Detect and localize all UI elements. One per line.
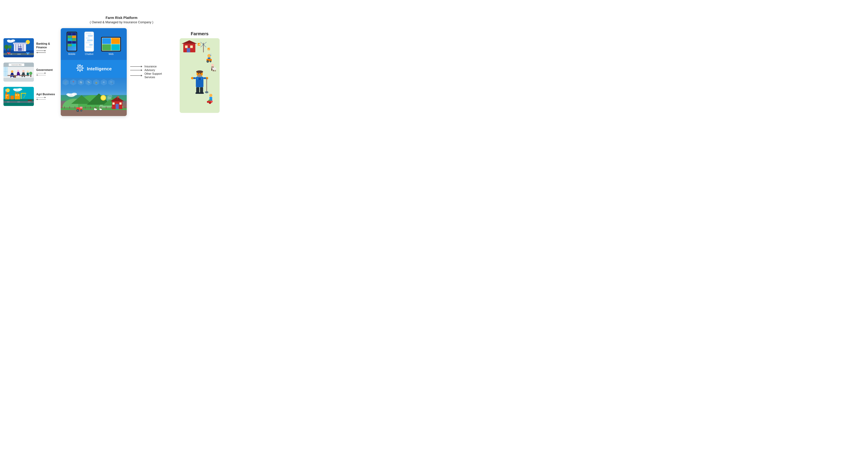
farmers-col: Farmers xyxy=(179,31,220,113)
svg-point-188 xyxy=(196,70,203,73)
svg-point-176 xyxy=(211,64,214,67)
svg-rect-120 xyxy=(95,107,96,109)
svg-point-143 xyxy=(66,93,70,96)
intelligence-icon xyxy=(76,64,84,74)
government-entity: Government Office xyxy=(3,62,59,82)
svg-rect-159 xyxy=(187,48,190,53)
svg-rect-158 xyxy=(190,46,193,48)
svg-rect-63 xyxy=(28,102,30,102)
hex-6: 👁 xyxy=(101,79,107,85)
svg-point-53 xyxy=(29,72,32,75)
svg-point-21 xyxy=(9,53,10,54)
svg-point-67 xyxy=(13,88,17,90)
svg-point-66 xyxy=(18,88,22,90)
farmers-card: 📶 📶 📡 xyxy=(180,38,220,113)
svg-rect-129 xyxy=(113,102,115,105)
svg-point-8 xyxy=(4,45,8,49)
web-channel: Web xyxy=(101,37,121,55)
title-main: Farm Risk Platform xyxy=(90,15,153,20)
svg-rect-72 xyxy=(15,94,20,99)
svg-point-27 xyxy=(7,39,10,42)
main-row: BANK Banking & Finance xyxy=(3,28,240,116)
svg-point-165 xyxy=(203,44,204,45)
svg-point-189 xyxy=(198,73,199,74)
center-platform: Mobile Chatbot xyxy=(61,28,127,116)
svg-rect-122 xyxy=(106,107,106,109)
svg-rect-12 xyxy=(13,42,27,44)
svg-rect-61 xyxy=(7,102,9,102)
government-label: Government xyxy=(36,68,53,72)
svg-point-186 xyxy=(212,68,213,68)
svg-rect-131 xyxy=(117,96,118,99)
hex-3: 🔄 xyxy=(78,79,84,85)
svg-rect-62 xyxy=(18,102,20,102)
advisory-service-row: Advisory xyxy=(130,68,174,72)
government-arrow xyxy=(36,72,46,76)
svg-rect-88 xyxy=(80,64,81,65)
svg-rect-119 xyxy=(90,107,91,109)
svg-rect-13 xyxy=(15,44,16,51)
banking-arrow xyxy=(36,50,46,53)
svg-rect-16 xyxy=(23,44,24,51)
svg-rect-115 xyxy=(69,107,70,109)
svg-rect-114 xyxy=(64,107,65,109)
svg-rect-151 xyxy=(101,110,101,111)
svg-point-134 xyxy=(101,96,105,100)
government-label-group: Government xyxy=(36,68,53,76)
svg-rect-78 xyxy=(21,93,26,94)
svg-rect-178 xyxy=(211,68,212,71)
svg-rect-84 xyxy=(18,94,19,95)
svg-point-10 xyxy=(8,45,12,49)
hex-7: 🔍 xyxy=(108,79,115,85)
svg-rect-150 xyxy=(100,110,100,111)
svg-point-24 xyxy=(29,53,30,54)
agri-arrow xyxy=(36,97,46,100)
svg-rect-85 xyxy=(28,100,32,101)
other-support-label: Other Support Services xyxy=(145,72,162,79)
svg-rect-35 xyxy=(11,73,13,77)
other-support-service-row: Other Support Services xyxy=(130,72,174,79)
svg-rect-82 xyxy=(6,96,7,97)
svg-line-100 xyxy=(79,67,80,68)
svg-rect-193 xyxy=(197,77,198,80)
government-image: Government Office xyxy=(3,62,34,82)
svg-rect-90 xyxy=(76,68,78,68)
svg-point-76 xyxy=(5,89,7,91)
chatbot-mockup xyxy=(84,32,94,52)
svg-rect-80 xyxy=(6,95,7,96)
svg-rect-81 xyxy=(7,95,8,96)
intelligence-label: Intelligence xyxy=(87,66,112,71)
mobile-channel: Mobile xyxy=(66,32,77,55)
svg-rect-89 xyxy=(80,71,81,72)
svg-rect-70 xyxy=(6,92,7,93)
svg-rect-17 xyxy=(18,48,22,51)
svg-point-206 xyxy=(209,94,212,97)
svg-point-137 xyxy=(77,110,79,111)
svg-rect-204 xyxy=(207,78,207,92)
banking-entity: BANK Banking & Finance xyxy=(3,38,59,57)
svg-point-198 xyxy=(191,77,193,79)
mobile-screen xyxy=(67,32,76,51)
svg-rect-95 xyxy=(82,70,83,71)
svg-rect-91 xyxy=(83,68,84,68)
svg-rect-71 xyxy=(10,95,14,99)
farmers-title: Farmers xyxy=(191,31,209,36)
svg-point-172 xyxy=(207,61,209,62)
svg-point-214 xyxy=(211,100,213,102)
svg-text:📶: 📶 xyxy=(208,48,210,50)
svg-point-42 xyxy=(22,70,25,72)
svg-point-145 xyxy=(94,108,95,110)
agri-entity: Agri Business xyxy=(3,87,59,106)
svg-rect-51 xyxy=(14,76,16,76)
svg-rect-147 xyxy=(96,110,96,111)
insurance-label: Insurance xyxy=(145,65,157,68)
svg-rect-140 xyxy=(80,107,83,108)
svg-rect-33 xyxy=(3,78,34,82)
svg-rect-203 xyxy=(199,92,204,94)
svg-rect-121 xyxy=(101,107,101,109)
svg-point-87 xyxy=(79,67,82,69)
svg-rect-118 xyxy=(85,107,86,109)
left-column: BANK Banking & Finance xyxy=(3,38,59,106)
svg-point-103 xyxy=(78,64,79,65)
svg-point-190 xyxy=(200,73,201,74)
